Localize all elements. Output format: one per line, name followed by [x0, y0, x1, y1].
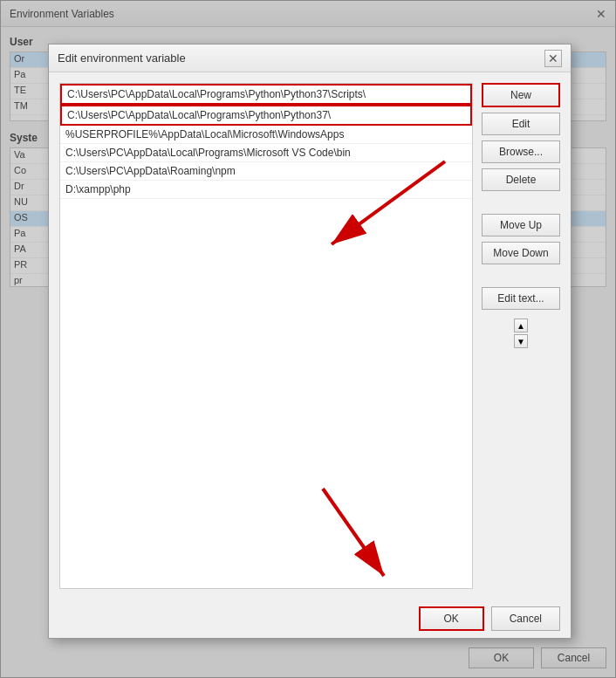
path-item-1[interactable]: C:\Users\PC\AppData\Local\Programs\Pytho… [60, 105, 472, 126]
new-button[interactable]: New [482, 83, 560, 107]
modal-overlay: Edit environment variable ✕ C:\Users\PC\… [0, 0, 616, 678]
scroll-down-btn[interactable]: ▼ [514, 334, 528, 348]
path-item-0[interactable]: C:\Users\PC\AppData\Local\Programs\Pytho… [60, 84, 472, 105]
modal-button-panel: New Edit Browse... Delete Move Up Move D… [482, 83, 560, 589]
path-item-2[interactable]: %USERPROFILE%\AppData\Local\Microsoft\Wi… [60, 126, 472, 144]
btn-spacer [482, 196, 560, 209]
move-up-button[interactable]: Move Up [482, 214, 560, 236]
path-item-3[interactable]: C:\Users\PC\AppData\Local\Programs\Micro… [60, 144, 472, 162]
modal-close-button[interactable]: ✕ [544, 50, 562, 67]
modal-body: C:\Users\PC\AppData\Local\Programs\Pytho… [49, 72, 571, 599]
modal-ok-button[interactable]: OK [419, 606, 484, 631]
modal-title: Edit environment variable [58, 51, 186, 65]
env-path-list[interactable]: C:\Users\PC\AppData\Local\Programs\Pytho… [59, 83, 473, 589]
edit-text-button[interactable]: Edit text... [482, 287, 560, 310]
browse-button[interactable]: Browse... [482, 140, 560, 163]
delete-button[interactable]: Delete [482, 168, 560, 191]
btn-spacer-2 [482, 270, 560, 282]
path-item-4[interactable]: C:\Users\PC\AppData\Roaming\npm [60, 162, 472, 181]
path-item-5[interactable]: D:\xampp\php [60, 181, 472, 199]
modal-footer: OK Cancel [49, 599, 571, 638]
move-down-button[interactable]: Move Down [482, 242, 560, 264]
edit-button[interactable]: Edit [482, 113, 560, 135]
scroll-up-btn[interactable]: ▲ [514, 318, 528, 332]
modal-cancel-button[interactable]: Cancel [491, 606, 560, 631]
edit-env-var-modal: Edit environment variable ✕ C:\Users\PC\… [48, 44, 572, 639]
modal-title-bar: Edit environment variable ✕ [49, 45, 571, 72]
scroll-indicators: ▲ ▼ [482, 318, 560, 348]
